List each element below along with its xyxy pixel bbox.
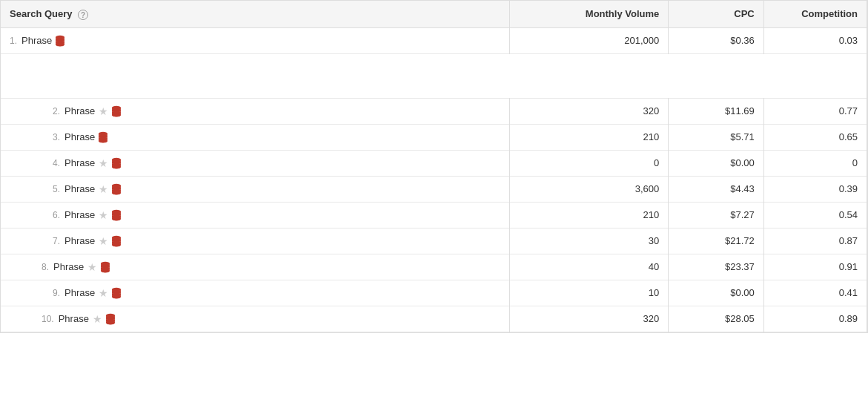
- svg-point-35: [112, 295, 121, 297]
- star-icon[interactable]: ★: [99, 183, 108, 195]
- svg-point-27: [112, 243, 121, 246]
- table-row: 3.Phrase: [1, 124, 867, 150]
- svg-point-23: [112, 217, 121, 220]
- table-row: 6.Phrase★: [1, 202, 867, 228]
- phrase-text: Phrase: [64, 235, 95, 246]
- cpc-cell: $4.43: [669, 176, 764, 202]
- star-icon[interactable]: ★: [87, 261, 97, 273]
- col-header-cpc: CPC: [669, 1, 764, 27]
- col-header-competition: Competition: [763, 1, 867, 27]
- row-number: 1.: [10, 36, 17, 46]
- svg-point-11: [99, 139, 107, 142]
- competition-cell: 0.54: [763, 202, 867, 228]
- competition-cell: 0: [763, 150, 867, 176]
- cpc-cell: $0.00: [669, 280, 764, 306]
- star-icon[interactable]: ★: [99, 209, 108, 221]
- svg-point-7: [112, 113, 121, 116]
- row-number: 2.: [53, 106, 60, 116]
- query-cell: 9.Phrase★: [1, 280, 510, 306]
- database-icon[interactable]: [98, 131, 108, 143]
- phrase-cell: 7.Phrase★: [53, 235, 500, 247]
- table-row: 5.Phrase★: [1, 176, 867, 202]
- phrase-text: Phrase: [64, 209, 95, 220]
- query-cell: 3.Phrase: [1, 124, 510, 150]
- row-number: 6.: [53, 210, 60, 220]
- database-icon[interactable]: [105, 313, 116, 325]
- database-icon[interactable]: [55, 35, 65, 47]
- row-number: 7.: [53, 236, 60, 246]
- phrase-text: Phrase: [21, 35, 52, 46]
- database-icon[interactable]: [111, 183, 122, 195]
- phrase-cell: 4.Phrase★: [53, 157, 500, 169]
- star-icon[interactable]: ★: [99, 287, 108, 299]
- cpc-cell: $0.36: [669, 27, 764, 53]
- cpc-cell: $11.69: [669, 98, 764, 124]
- query-cell: 6.Phrase★: [1, 202, 510, 228]
- col-competition-label: Competition: [801, 8, 858, 19]
- monthly-cell: 201,000: [510, 27, 669, 53]
- cpc-cell: $28.05: [669, 306, 764, 332]
- phrase-text: Phrase: [64, 183, 95, 194]
- row-number: 10.: [42, 314, 54, 324]
- competition-cell: 0.41: [763, 280, 867, 306]
- row-number: 3.: [53, 132, 60, 142]
- star-icon[interactable]: ★: [93, 313, 102, 325]
- table-row: 2.Phrase★: [1, 98, 867, 124]
- database-icon[interactable]: [111, 157, 122, 169]
- monthly-cell: 320: [510, 98, 669, 124]
- competition-cell: 0.39: [763, 176, 867, 202]
- help-icon[interactable]: ?: [78, 10, 88, 20]
- cpc-cell: $23.37: [669, 254, 764, 280]
- svg-point-3: [56, 42, 64, 45]
- database-icon[interactable]: [111, 287, 122, 299]
- col-cpc-label: CPC: [734, 8, 754, 19]
- query-cell: 5.Phrase★: [1, 176, 510, 202]
- table-row: 1.Phrase: [1, 27, 867, 53]
- row-number: 4.: [53, 158, 60, 168]
- phrase-cell: 9.Phrase★: [53, 287, 500, 299]
- database-icon[interactable]: [111, 105, 122, 117]
- phrase-text: Phrase: [64, 287, 95, 298]
- competition-cell: 0.77: [763, 98, 867, 124]
- monthly-cell: 0: [510, 150, 669, 176]
- monthly-cell: 320: [510, 306, 669, 332]
- competition-cell: 0.91: [763, 254, 867, 280]
- query-cell: 2.Phrase★: [1, 98, 510, 124]
- monthly-cell: 3,600: [510, 176, 669, 202]
- col-header-query: Search Query ?: [1, 1, 510, 27]
- svg-point-39: [106, 320, 115, 323]
- monthly-cell: 30: [510, 228, 669, 254]
- database-icon[interactable]: [111, 235, 122, 247]
- cpc-cell: $7.27: [669, 202, 764, 228]
- row-number: 9.: [53, 288, 60, 298]
- svg-point-31: [101, 269, 110, 272]
- competition-cell: 0.89: [763, 306, 867, 332]
- monthly-cell: 10: [510, 280, 669, 306]
- star-icon[interactable]: ★: [99, 157, 108, 169]
- monthly-cell: 40: [510, 254, 669, 280]
- keywords-table: Search Query ? Monthly Volume CPC Compet…: [1, 1, 867, 332]
- query-cell: 10.Phrase★: [1, 306, 510, 332]
- query-cell: 1.Phrase: [1, 27, 510, 53]
- phrase-cell: 10.Phrase★: [42, 313, 500, 325]
- star-icon[interactable]: ★: [99, 105, 108, 117]
- database-icon[interactable]: [100, 261, 110, 273]
- query-cell: 4.Phrase★: [1, 150, 510, 176]
- svg-point-15: [112, 165, 121, 168]
- table-row: 4.Phrase★: [1, 150, 867, 176]
- cpc-cell: $0.00: [669, 150, 764, 176]
- phrase-text: Phrase: [64, 157, 95, 168]
- star-icon[interactable]: ★: [99, 235, 108, 247]
- empty-cell: [1, 53, 867, 98]
- table-row: 7.Phrase★: [1, 228, 867, 254]
- phrase-text: Phrase: [64, 131, 95, 142]
- phrase-text: Phrase: [64, 105, 95, 116]
- table-row: 10.Phrase★: [1, 306, 867, 332]
- database-icon[interactable]: [111, 209, 122, 221]
- row-number: 8.: [42, 262, 49, 272]
- competition-cell: 0.03: [763, 27, 867, 53]
- phrase-cell: 3.Phrase: [53, 131, 500, 143]
- main-table-container: Search Query ? Monthly Volume CPC Compet…: [0, 0, 868, 333]
- cpc-cell: $21.72: [669, 228, 764, 254]
- table-header-row: Search Query ? Monthly Volume CPC Compet…: [1, 1, 867, 27]
